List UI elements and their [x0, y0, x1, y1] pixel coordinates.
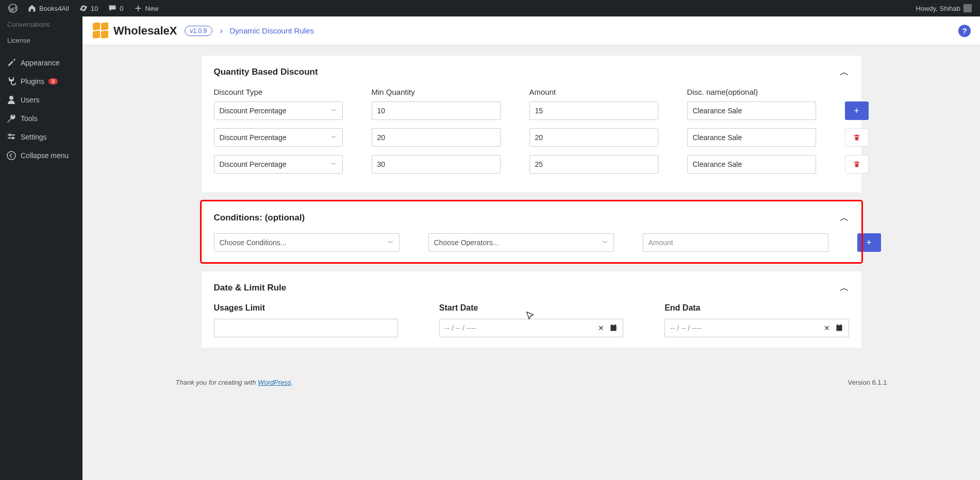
wp-admin-bar: Books4All 10 0 New Howdy, Shihab: [0, 0, 980, 16]
discount-type-value: Discount Percentage: [220, 107, 331, 115]
chevron-down-icon: ﹀: [331, 160, 337, 169]
operators-placeholder: Choose Operators...: [434, 238, 602, 247]
site-name-link[interactable]: Books4All: [24, 0, 73, 16]
conditions-panel: Conditions: (optional) ︿ Choose Conditio…: [202, 201, 861, 262]
disc-name-input[interactable]: [687, 155, 816, 174]
disc-name-input[interactable]: [687, 128, 816, 147]
delete-tier-button[interactable]: [845, 128, 869, 147]
collapse-label: Collapse menu: [21, 151, 69, 160]
date-limit-title: Date & Limit Rule: [214, 283, 287, 293]
wrench-icon: [6, 113, 16, 124]
collapse-caret-icon[interactable]: ︿: [840, 66, 849, 78]
date-placeholder: -- / -- / ----: [445, 324, 476, 332]
wp-version: Version 6.1.1: [848, 379, 887, 386]
add-tier-button[interactable]: +: [845, 101, 869, 120]
sidebar-item-appearance[interactable]: Appearance: [0, 54, 82, 72]
help-icon[interactable]: ?: [958, 25, 971, 37]
discount-type-value: Discount Percentage: [220, 160, 331, 168]
settings-label: Settings: [21, 133, 47, 141]
amount-input[interactable]: [529, 155, 658, 174]
admin-sidebar: Conversations License Appearance Plugins…: [0, 16, 82, 480]
chevron-down-icon: ﹀: [331, 107, 337, 115]
clear-date-icon[interactable]: ✕: [598, 324, 604, 332]
discount-type-value: Discount Percentage: [220, 133, 331, 142]
comments-link[interactable]: 0: [104, 0, 127, 16]
brush-icon: [6, 58, 16, 68]
updates-link[interactable]: 10: [75, 0, 102, 16]
quantity-discount-panel: Quantity Based Discount ︿ Discount Type …: [202, 56, 861, 192]
min-quantity-input[interactable]: [372, 128, 501, 147]
sliders-icon: [6, 132, 16, 142]
conditions-title: Conditions: (optional): [214, 213, 305, 223]
min-quantity-input[interactable]: [372, 101, 501, 120]
collapse-icon: [6, 150, 16, 161]
amount-input[interactable]: [529, 101, 658, 120]
sidebar-item-plugins[interactable]: Plugins9: [0, 72, 82, 91]
sidebar-item-collapse[interactable]: Collapse menu: [0, 146, 82, 165]
collapse-caret-icon[interactable]: ︿: [840, 282, 849, 294]
col-min-quantity: Min Quantity: [372, 88, 501, 96]
wp-logo[interactable]: [4, 0, 22, 16]
sidebar-item-users[interactable]: Users: [0, 91, 82, 109]
new-link[interactable]: New: [130, 0, 163, 16]
plugins-label: Plugins: [21, 77, 44, 85]
license-label: License: [7, 37, 30, 44]
discount-type-select[interactable]: Discount Percentage﹀: [214, 128, 343, 147]
plugin-topbar: WholesaleX v1.0.9 › Dynamic Discount Rul…: [82, 16, 980, 45]
wordpress-link[interactable]: WordPress: [258, 379, 291, 386]
chevron-down-icon: ﹀: [331, 133, 337, 142]
chevron-down-icon: ﹀: [388, 238, 394, 247]
updates-count: 10: [91, 5, 98, 12]
operators-select[interactable]: Choose Operators...﹀: [428, 233, 614, 252]
delete-tier-button[interactable]: [845, 155, 869, 174]
col-disc-name: Disc. name(optional): [687, 88, 816, 96]
calendar-icon[interactable]: [835, 323, 843, 333]
tier-row: Discount Percentage﹀: [214, 155, 849, 174]
users-label: Users: [21, 96, 40, 104]
sidebar-item-conversations[interactable]: Conversations: [0, 16, 82, 32]
tools-label: Tools: [21, 114, 38, 123]
clear-date-icon[interactable]: ✕: [824, 324, 830, 332]
svg-point-1: [7, 151, 15, 160]
discount-type-select[interactable]: Discount Percentage﹀: [214, 155, 343, 174]
sidebar-item-tools[interactable]: Tools: [0, 109, 82, 128]
plug-icon: [6, 76, 16, 87]
usages-limit-label: Usages Limit: [214, 303, 398, 313]
min-quantity-input[interactable]: [372, 155, 501, 174]
start-date-label: Start Date: [439, 303, 623, 313]
logo-icon: [92, 22, 110, 40]
tier-row: Discount Percentage﹀: [214, 128, 849, 147]
calendar-icon[interactable]: [609, 323, 618, 333]
howdy-link[interactable]: Howdy, Shihab: [912, 0, 976, 16]
end-date-input[interactable]: -- / -- / ---- ✕: [665, 319, 849, 337]
howdy-text: Howdy, Shihab: [916, 5, 960, 12]
end-date-label: End Data: [665, 303, 849, 313]
tier-row: Discount Percentage﹀ +: [214, 101, 849, 120]
breadcrumb-current[interactable]: Dynamic Discount Rules: [230, 26, 314, 35]
brand-text-2: X: [170, 24, 177, 38]
conversations-label: Conversations: [7, 21, 50, 28]
site-name: Books4All: [39, 5, 69, 12]
qty-panel-title: Quantity Based Discount: [214, 67, 318, 77]
col-amount: Amount: [529, 88, 658, 96]
avatar: [964, 4, 972, 12]
sidebar-item-settings[interactable]: Settings: [0, 128, 82, 146]
col-discount-type: Discount Type: [214, 88, 343, 96]
condition-amount-input[interactable]: [643, 233, 828, 252]
amount-input[interactable]: [529, 128, 658, 147]
discount-type-select[interactable]: Discount Percentage﹀: [214, 101, 343, 120]
add-condition-button[interactable]: +: [857, 233, 881, 252]
collapse-caret-icon[interactable]: ︿: [840, 212, 849, 224]
start-date-input[interactable]: -- / -- / ---- ✕: [439, 319, 623, 337]
usages-limit-input[interactable]: [214, 319, 398, 337]
chevron-right-icon: ›: [220, 26, 222, 36]
new-label: New: [145, 5, 159, 12]
users-icon: [6, 95, 16, 105]
sidebar-item-license[interactable]: License: [0, 32, 82, 48]
wholesalex-logo[interactable]: WholesaleX: [92, 22, 177, 40]
disc-name-input[interactable]: [687, 101, 816, 120]
conditions-select[interactable]: Choose Conditions...﹀: [214, 233, 400, 252]
conditions-placeholder: Choose Conditions...: [220, 238, 388, 247]
version-pill: v1.0.9: [185, 26, 213, 36]
footer-thanks: Thank you for creating with: [176, 379, 258, 386]
